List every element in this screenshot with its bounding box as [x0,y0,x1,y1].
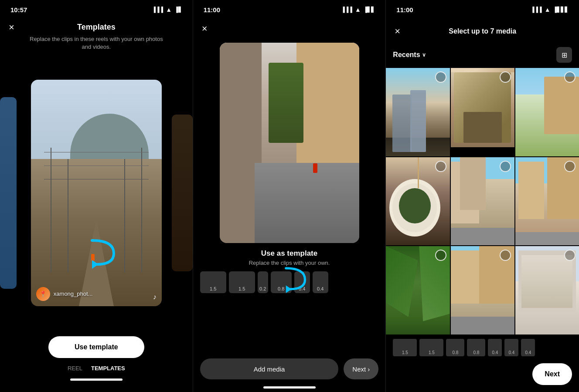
timeline-label: 0.4 [508,350,514,355]
user-avatar: 📍 [36,287,50,301]
screen1-title: Templates [77,23,116,32]
alley-ground [255,163,359,243]
screen2-bottom: Add media Next › [193,353,386,386]
status-icons-1: ▐▐▐ ▲ ▐▋ [152,6,182,13]
signal-icon: ▐▐▐ [152,7,163,13]
recents-text: Recents [393,51,420,59]
home-indicator-1 [70,378,123,381]
add-media-button[interactable]: Add media [200,358,339,379]
status-time-1: 10:57 [10,6,27,14]
timeline-label: 0.4 [525,350,531,355]
home-indicator-2 [263,386,316,389]
timeline-segment: 0.4 [504,339,518,356]
battery-icon: ▐▋ [174,7,182,13]
media-cell-2[interactable] [451,68,514,156]
clip-segment: 0.2 [258,271,268,293]
select-circle-1[interactable] [435,71,446,83]
select-circle-2[interactable] [500,71,511,83]
screen2-content: Use as template Replace the clips with y… [193,38,386,353]
svg-marker-0 [92,260,99,269]
screen1-title-row: × Templates [0,23,193,32]
grid-view-button[interactable]: ⊞ [556,47,572,63]
screen3-footer: Next [386,360,579,392]
media-grid [386,68,579,335]
screen2-header: × [193,19,386,38]
timeline-segment: 0.8 [467,339,485,356]
screen1-bottom: Use template REEL TEMPLATES [0,329,193,392]
timeline-segment: 1.5 [419,339,443,356]
timeline-label: 1.5 [402,350,408,355]
timeline-segment: 0.4 [521,339,535,356]
media-cell-1[interactable] [386,68,450,156]
status-bar-1: 10:57 ▐▐▐ ▲ ▐▋ [0,0,193,19]
screen3-header: × Select up to 7 media [386,19,579,44]
phone-screen-1: 10:57 ▐▐▐ ▲ ▐▋ × Templates Replace the c… [0,0,193,392]
media-cell-9[interactable] [515,246,579,335]
close-button-2[interactable]: × [202,23,208,34]
timeline-segment: 0.4 [488,339,502,356]
battery-icon-3: ▐▋▋▋ [553,7,569,13]
wifi-icon-3: ▲ [545,6,551,13]
next-button-2[interactable]: Next › [344,358,378,379]
svg-marker-1 [286,285,291,293]
wifi-icon-2: ▲ [355,6,361,13]
select-circle-5[interactable] [500,161,511,172]
select-circle-3[interactable] [564,71,576,83]
timeline-segment: 0.8 [446,339,464,356]
tab-reel[interactable]: REEL [68,365,82,372]
wire-2 [44,166,149,166]
phone-screen-2: 11:00 ▐▐▐ ▲ ▐▋▋ × Use as template Replac… [193,0,386,392]
clip-segment: 1.5 [229,271,255,293]
recents-row: Recents ∨ ⊞ [386,44,579,68]
red-mailbox [313,163,317,173]
select-circle-8[interactable] [500,250,511,261]
next-button-3[interactable]: Next [532,363,572,385]
timeline-label: 1.5 [429,350,435,355]
pole-left-1 [51,148,51,272]
close-button-1[interactable]: × [9,22,14,33]
battery-icon-2: ▐▋▋ [364,7,375,13]
tab-templates[interactable]: TEMPLATES [91,365,125,372]
media-cell-6[interactable] [515,157,579,246]
select-circle-4[interactable] [435,161,446,172]
media-cell-3[interactable] [515,68,579,156]
pole-right-1 [141,148,142,272]
select-circle-6[interactable] [564,161,576,172]
media-cell-5[interactable] [451,157,514,246]
status-icons-3: ▐▐▐ ▲ ▐▋▋▋ [531,6,569,13]
chevron-down-icon: ∨ [422,52,426,58]
media-cell-4[interactable] [386,157,450,246]
media-cell-8[interactable] [451,246,514,335]
close-button-3[interactable]: × [395,26,400,37]
screen1-subtitle: Replace the clips in these reels with yo… [0,35,193,51]
screen3-timeline: 1.51.50.80.80.40.40.4 [386,335,579,360]
carousel-side-right [172,115,193,271]
status-time-2: 11:00 [204,6,220,14]
screen1-header: × Templates Replace the clips in these r… [0,19,193,56]
vegetation [269,63,303,143]
swipe-arrow [83,236,127,273]
user-name: xamong_phot... [54,291,93,297]
use-template-button[interactable]: Use template [48,336,144,358]
card-user-info: 📍 xamong_phot... [36,287,93,301]
pole-left-2 [68,159,68,272]
wire-3 [44,179,149,179]
timeline-label: 0.8 [452,350,458,355]
recents-dropdown[interactable]: Recents ∨ [393,51,426,59]
template-carousel[interactable]: 📍 xamong_phot... ♪ [0,56,193,329]
media-cell-7[interactable] [386,246,450,335]
timeline-segment: 1.5 [393,339,417,356]
screen2-use-title: Use as template [261,249,317,258]
phone-screen-3: 11:00 ▐▐▐ ▲ ▐▋▋▋ × Select up to 7 media … [386,0,579,392]
screen3-title: Select up to 7 media [449,27,516,35]
wifi-icon: ▲ [166,6,172,13]
carousel-side-left [0,97,17,289]
status-bar-2: 11:00 ▐▐▐ ▲ ▐▋▋ [193,0,386,19]
timeline-label: 0.8 [473,350,479,355]
clip-segment: 1.5 [200,271,226,293]
clip-label: 0.4 [317,286,324,291]
wire-1 [44,152,149,152]
status-time-3: 11:00 [396,6,413,14]
template-video-preview [220,43,359,243]
select-circle-7[interactable] [435,250,446,261]
